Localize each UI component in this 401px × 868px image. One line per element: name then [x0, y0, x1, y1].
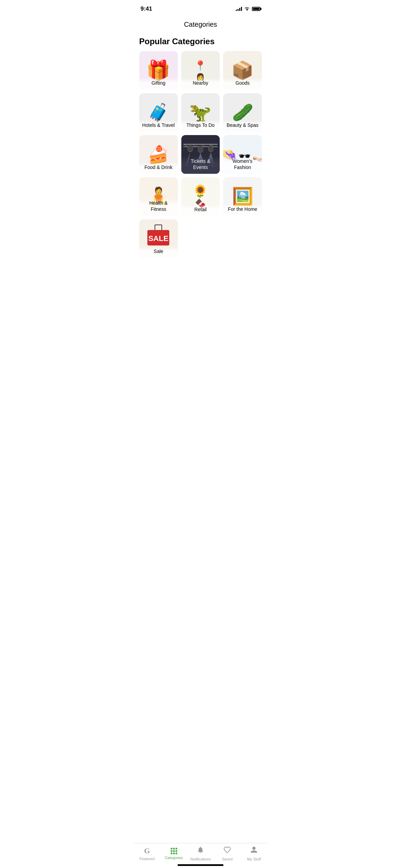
- things-label: Things To Do: [181, 120, 220, 132]
- food-label: Food & Drink: [139, 162, 178, 174]
- home-label: For the Home: [223, 204, 262, 216]
- category-card-gifting[interactable]: 🎁 Gifting: [139, 51, 178, 90]
- status-time: 9:41: [141, 5, 152, 12]
- category-card-retail[interactable]: 🌻 🍫 Retail: [181, 177, 220, 216]
- category-card-food-drink[interactable]: 🍰 Food & Drink: [139, 135, 178, 174]
- battery-icon: [252, 7, 260, 11]
- main-content: Popular Categories 🎁 Gifting 📍 👩 Nearby …: [134, 37, 267, 289]
- goods-label: Goods: [223, 78, 262, 89]
- category-card-health-fitness[interactable]: 🧘 Health & Fitness: [139, 177, 178, 216]
- category-card-sale[interactable]: SALE Sale: [139, 219, 178, 258]
- svg-point-12: [198, 147, 203, 152]
- womens-label: Women's Fashion: [223, 156, 262, 174]
- tickets-label: Tickets & Events: [181, 156, 220, 174]
- category-card-things-to-do[interactable]: 🦖 Things To Do: [181, 93, 220, 132]
- hotels-label: Hotels & Travel: [139, 120, 178, 132]
- page-title: Categories: [134, 21, 267, 28]
- category-card-beauty-spas[interactable]: 🥒 Beauty & Spas: [223, 93, 262, 132]
- wifi-icon: [244, 6, 250, 12]
- health-label: Health & Fitness: [139, 198, 178, 216]
- category-card-nearby[interactable]: 📍 👩 Nearby: [181, 51, 220, 90]
- section-title: Popular Categories: [139, 37, 262, 46]
- svg-point-9: [188, 146, 192, 151]
- svg-text:SALE: SALE: [148, 234, 169, 243]
- category-card-tickets-events[interactable]: T Tickets & Events: [181, 135, 220, 174]
- beauty-label: Beauty & Spas: [223, 120, 262, 132]
- gifting-label: Gifting: [139, 78, 178, 89]
- status-icons: [236, 6, 260, 12]
- status-bar: 9:41: [134, 0, 267, 15]
- signal-icon: [236, 7, 242, 11]
- retail-label: Retail: [181, 204, 220, 216]
- svg-point-15: [209, 146, 213, 151]
- category-card-goods[interactable]: 📦 Goods: [223, 51, 262, 90]
- page-header: Categories: [134, 15, 267, 31]
- nearby-label: Nearby: [181, 78, 220, 89]
- svg-point-0: [246, 10, 247, 11]
- category-card-womens-fashion[interactable]: 👒 🕶️ 👡 Women's Fashion: [223, 135, 262, 174]
- categories-grid: 🎁 Gifting 📍 👩 Nearby 📦 Goods 🧳: [139, 51, 262, 258]
- category-card-hotels-travel[interactable]: 🧳 Hotels & Travel: [139, 93, 178, 132]
- sale-label: Sale: [139, 246, 178, 258]
- category-card-for-the-home[interactable]: 🖼️ For the Home: [223, 177, 262, 216]
